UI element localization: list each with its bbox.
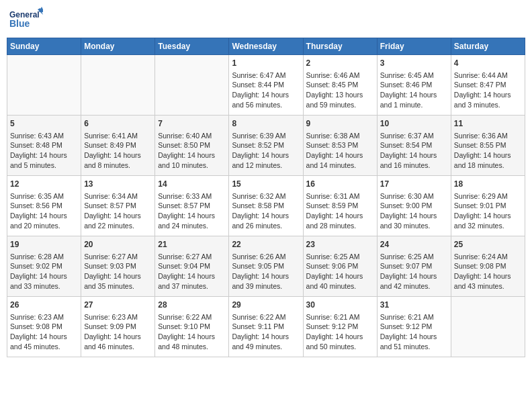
cell-content-line: Sunset: 9:02 PM [10, 261, 78, 271]
calendar-cell: 4Sunrise: 6:44 AMSunset: 8:47 PMDaylight… [451, 55, 525, 116]
cell-content-line: Sunset: 9:10 PM [158, 322, 226, 332]
cell-content-line: Sunset: 9:00 PM [380, 201, 448, 211]
cell-content-line: Sunset: 8:49 PM [84, 140, 152, 150]
cell-content-line: Sunset: 8:52 PM [232, 140, 300, 150]
day-number: 2 [306, 58, 374, 69]
calendar-cell: 24Sunrise: 6:25 AMSunset: 9:07 PMDayligh… [377, 236, 451, 297]
cell-content-line: and 59 minutes. [306, 100, 374, 110]
calendar-cell: 28Sunrise: 6:22 AMSunset: 9:10 PMDayligh… [155, 297, 229, 357]
cell-content-line: and 33 minutes. [10, 281, 78, 291]
cell-content-line: Daylight: 14 hours [158, 332, 226, 342]
cell-content-line: and 12 minutes. [232, 161, 300, 171]
day-number: 14 [158, 179, 226, 190]
col-header-tuesday: Tuesday [155, 38, 229, 55]
day-number: 28 [158, 300, 226, 311]
cell-content-line: Sunrise: 6:38 AM [306, 131, 374, 141]
cell-content-line: Sunrise: 6:39 AM [232, 131, 300, 141]
day-number: 1 [232, 58, 300, 69]
cell-content-line: and 22 minutes. [84, 221, 152, 231]
cell-content-line: Sunrise: 6:37 AM [380, 131, 448, 141]
cell-content-line: and 50 minutes. [306, 342, 374, 352]
calendar-cell: 20Sunrise: 6:27 AMSunset: 9:03 PMDayligh… [81, 236, 155, 297]
cell-content-line: Sunset: 8:59 PM [306, 201, 374, 211]
cell-content-line: and 35 minutes. [84, 281, 152, 291]
calendar-cell [451, 297, 525, 357]
cell-content-line: Sunset: 9:12 PM [306, 322, 374, 332]
calendar-cell: 9Sunrise: 6:38 AMSunset: 8:53 PMDaylight… [303, 116, 377, 176]
col-header-wednesday: Wednesday [229, 38, 303, 55]
cell-content-line: Sunrise: 6:36 AM [454, 131, 522, 141]
logo: General Blue [9, 7, 43, 32]
cell-content-line: Sunset: 8:47 PM [454, 80, 522, 90]
cell-content-line: and 10 minutes. [158, 161, 226, 171]
calendar-cell: 27Sunrise: 6:23 AMSunset: 9:09 PMDayligh… [81, 297, 155, 357]
day-number: 21 [158, 239, 226, 250]
cell-content-line: Daylight: 14 hours [232, 150, 300, 161]
col-header-monday: Monday [81, 38, 155, 55]
col-header-sunday: Sunday [7, 38, 81, 55]
cell-content-line: Sunrise: 6:28 AM [10, 252, 78, 262]
cell-content-line: Sunset: 8:56 PM [10, 201, 78, 211]
cell-content-line: Sunrise: 6:27 AM [84, 252, 152, 262]
calendar-cell: 8Sunrise: 6:39 AMSunset: 8:52 PMDaylight… [229, 116, 303, 176]
cell-content-line: Sunset: 8:58 PM [232, 201, 300, 211]
cell-content-line: Sunrise: 6:47 AM [232, 71, 300, 81]
cell-content-line: Sunset: 9:08 PM [454, 261, 522, 271]
calendar-cell: 22Sunrise: 6:26 AMSunset: 9:05 PMDayligh… [229, 236, 303, 297]
cell-content-line: Sunset: 9:09 PM [84, 322, 152, 332]
calendar-cell: 17Sunrise: 6:30 AMSunset: 9:00 PMDayligh… [377, 176, 451, 236]
calendar-cell: 18Sunrise: 6:29 AMSunset: 9:01 PMDayligh… [451, 176, 525, 236]
cell-content-line: Daylight: 14 hours [306, 150, 374, 161]
cell-content-line: and 3 minutes. [454, 100, 522, 110]
day-number: 24 [380, 239, 448, 250]
cell-content-line: Sunset: 8:46 PM [380, 80, 448, 90]
cell-content-line: Daylight: 14 hours [84, 211, 152, 221]
cell-content-line: Daylight: 14 hours [84, 271, 152, 281]
cell-content-line: Sunrise: 6:22 AM [158, 312, 226, 322]
calendar-cell: 7Sunrise: 6:40 AMSunset: 8:50 PMDaylight… [155, 116, 229, 176]
svg-text:Blue: Blue [9, 18, 30, 29]
calendar-cell: 12Sunrise: 6:35 AMSunset: 8:56 PMDayligh… [7, 176, 81, 236]
cell-content-line: Daylight: 14 hours [232, 211, 300, 221]
cell-content-line: Sunrise: 6:32 AM [232, 191, 300, 201]
cell-content-line: Daylight: 14 hours [380, 90, 448, 100]
day-number: 9 [306, 118, 374, 130]
cell-content-line: Daylight: 14 hours [380, 271, 448, 281]
cell-content-line: Sunrise: 6:27 AM [158, 252, 226, 262]
calendar-cell: 13Sunrise: 6:34 AMSunset: 8:57 PMDayligh… [81, 176, 155, 236]
cell-content-line: Sunset: 8:53 PM [306, 140, 374, 150]
cell-content-line: Sunrise: 6:44 AM [454, 71, 522, 81]
calendar-cell: 1Sunrise: 6:47 AMSunset: 8:44 PMDaylight… [229, 55, 303, 116]
cell-content-line: Sunset: 9:04 PM [158, 261, 226, 271]
cell-content-line: Sunset: 9:03 PM [84, 261, 152, 271]
cell-content-line: Daylight: 14 hours [158, 271, 226, 281]
calendar-header-row: SundayMondayTuesdayWednesdayThursdayFrid… [7, 38, 525, 55]
cell-content-line: and 49 minutes. [232, 342, 300, 352]
calendar-cell: 21Sunrise: 6:27 AMSunset: 9:04 PMDayligh… [155, 236, 229, 297]
cell-content-line: Daylight: 14 hours [232, 332, 300, 342]
day-number: 25 [454, 239, 522, 250]
day-number: 11 [454, 118, 522, 130]
cell-content-line: and 42 minutes. [380, 281, 448, 291]
cell-content-line: Daylight: 14 hours [84, 150, 152, 161]
calendar-cell: 3Sunrise: 6:45 AMSunset: 8:46 PMDaylight… [377, 55, 451, 116]
cell-content-line: Sunrise: 6:21 AM [380, 312, 448, 322]
cell-content-line: and 8 minutes. [84, 161, 152, 171]
day-number: 23 [306, 239, 374, 250]
day-number: 20 [84, 239, 152, 250]
calendar-table: SundayMondayTuesdayWednesdayThursdayFrid… [7, 38, 525, 357]
cell-content-line: Daylight: 14 hours [454, 90, 522, 100]
calendar-cell: 19Sunrise: 6:28 AMSunset: 9:02 PMDayligh… [7, 236, 81, 297]
day-number: 31 [380, 300, 448, 311]
cell-content-line: Sunrise: 6:41 AM [84, 131, 152, 141]
cell-content-line: Sunrise: 6:25 AM [380, 252, 448, 262]
calendar-cell: 16Sunrise: 6:31 AMSunset: 8:59 PMDayligh… [303, 176, 377, 236]
cell-content-line: and 39 minutes. [232, 281, 300, 291]
day-number: 16 [306, 179, 374, 190]
cell-content-line: Sunset: 9:01 PM [454, 201, 522, 211]
cell-content-line: and 28 minutes. [306, 221, 374, 231]
cell-content-line: Daylight: 14 hours [10, 332, 78, 342]
cell-content-line: Sunset: 8:45 PM [306, 80, 374, 90]
cell-content-line: and 48 minutes. [158, 342, 226, 352]
calendar-cell: 2Sunrise: 6:46 AMSunset: 8:45 PMDaylight… [303, 55, 377, 116]
